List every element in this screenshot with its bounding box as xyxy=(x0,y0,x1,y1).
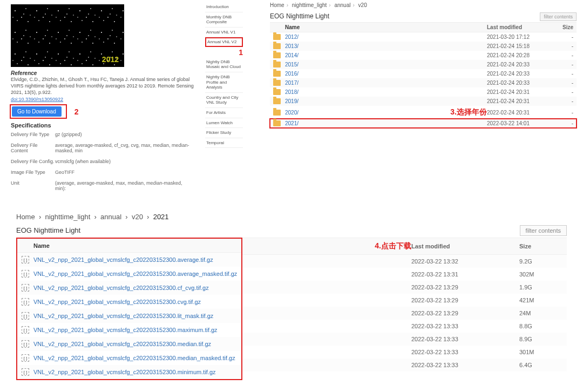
folder-name[interactable]: 2020/ xyxy=(285,110,418,116)
file-row[interactable]: [ ]VNL_v2_npp_2021_global_vcmslcfg_c2022… xyxy=(17,295,241,309)
file-row[interactable]: [ ]VNL_v2_npp_2021_global_vcmslcfg_c2022… xyxy=(17,309,241,323)
crumb2-3[interactable]: v20 xyxy=(132,213,143,221)
crumb-1[interactable]: nighttime_light xyxy=(292,2,327,8)
reference-doi-link[interactable]: doi:10.3390/rs13050922 xyxy=(11,97,63,102)
spec-key: Delivery File Type xyxy=(11,132,55,137)
folder-size: - xyxy=(552,43,573,49)
go-to-download-button[interactable]: Go to Download xyxy=(12,106,62,117)
file-name[interactable]: VNL_v2_npp_2021_global_vcmslcfg_c2022031… xyxy=(33,256,237,263)
spec-val: average, average-masked, cf_cvg, cvg, ma… xyxy=(55,143,194,153)
file-row[interactable]: [ ]VNL_v2_npp_2021_global_vcmslcfg_c2022… xyxy=(17,351,241,365)
nav-item[interactable]: Annual VNL V1 xyxy=(205,28,243,38)
spec-key: Image File Type xyxy=(11,170,55,175)
nav-item[interactable]: Temporal xyxy=(205,138,243,148)
folder-row[interactable]: 2017/2021-02-24 20:33- xyxy=(270,78,577,87)
folder-name[interactable]: 2013/ xyxy=(285,43,487,49)
folder-name[interactable]: 2017/ xyxy=(285,80,487,86)
file-modified: 2022-03-22 13:31 xyxy=(411,271,519,278)
folder-row[interactable]: 2012/2021-03-20 17:12- xyxy=(270,32,577,42)
file-row[interactable]: [ ]VNL_v2_npp_2021_global_vcmslcfg_c2022… xyxy=(17,253,241,267)
file-icon: [ ] xyxy=(22,340,29,348)
file-name[interactable]: VNL_v2_npp_2021_global_vcmslcfg_c2022031… xyxy=(33,285,237,291)
folder-size: - xyxy=(552,120,573,126)
nav-item[interactable]: Nightly DNB Profile and Analysis xyxy=(205,72,243,93)
folder-row[interactable]: 2018/2021-02-24 20:31- xyxy=(270,87,577,97)
folder-modified: 2021-02-24 20:31 xyxy=(487,89,552,95)
nav-item[interactable]: Lumen Watch xyxy=(205,118,243,129)
folder-row[interactable]: 2020/3.选择年份2022-02-24 20:31- xyxy=(270,106,577,119)
file-icon: [ ] xyxy=(22,326,29,334)
folder-modified: 2022-02-24 20:31 xyxy=(487,110,552,116)
spec-val: GeoTIFF xyxy=(55,170,74,175)
nav-item[interactable]: Introduction xyxy=(205,2,243,12)
file-name[interactable]: VNL_v2_npp_2021_global_vcmslcfg_c2022031… xyxy=(33,313,237,319)
filter-input[interactable]: filter contents xyxy=(540,12,577,21)
file-icon: [ ] xyxy=(22,270,29,278)
folder-icon xyxy=(273,110,281,116)
annotation-1: 1 xyxy=(205,47,243,57)
nav-item[interactable]: Annual VNL V2 xyxy=(205,37,243,47)
nav-item[interactable]: For Artists xyxy=(205,108,243,118)
nav-item[interactable]: Nightly DNB Mosaic and Cloud xyxy=(205,57,243,72)
file-row[interactable]: [ ]VNL_v2_npp_2021_global_vcmslcfg_c2022… xyxy=(17,365,241,379)
file-name[interactable]: VNL_v2_npp_2021_global_vcmslcfg_c2022031… xyxy=(33,341,237,347)
col-name-header[interactable]: Name xyxy=(285,24,487,30)
breadcrumb-2: Home › nighttime_light › annual › v20 › … xyxy=(16,213,567,221)
folder-name[interactable]: 2014/ xyxy=(285,52,487,58)
file-modified: 2022-03-22 13:29 xyxy=(411,310,519,316)
nav-item[interactable]: Monthly DNB Composite xyxy=(205,12,243,28)
file-name[interactable]: VNL_v2_npp_2021_global_vcmslcfg_c2022031… xyxy=(33,271,237,277)
file-size: 24M xyxy=(519,310,562,316)
crumb2-1[interactable]: nighttime_light xyxy=(45,213,90,221)
folder-name[interactable]: 2019/ xyxy=(285,98,487,104)
folder-row[interactable]: 2014/2021-02-24 20:28- xyxy=(270,51,577,60)
col-mod-header[interactable]: Last modified xyxy=(487,24,552,30)
file-name[interactable]: VNL_v2_npp_2021_global_vcmslcfg_c2022031… xyxy=(33,369,237,375)
folder-row[interactable]: 2016/2021-02-24 20:33- xyxy=(270,69,577,78)
file-name[interactable]: VNL_v2_npp_2021_global_vcmslcfg_c2022031… xyxy=(33,327,237,333)
crumb2-home[interactable]: Home xyxy=(16,213,35,221)
annotation-3: 3.选择年份 xyxy=(450,107,487,117)
spec-val: (average, average-masked, max, median, m… xyxy=(55,180,194,191)
big-col-size-header[interactable]: Size xyxy=(519,243,562,249)
file-size: 9.2G xyxy=(519,258,562,265)
filter-input-2[interactable]: filter contents xyxy=(520,225,567,236)
file-modified: 2022-03-22 13:33 xyxy=(411,362,519,368)
file-row[interactable]: [ ]VNL_v2_npp_2021_global_vcmslcfg_c2022… xyxy=(17,337,241,351)
file-modified: 2022-03-22 13:33 xyxy=(411,349,519,355)
file-name[interactable]: VNL_v2_npp_2021_global_vcmslcfg_c2022031… xyxy=(33,355,237,361)
big-col-name-header[interactable]: Name xyxy=(33,242,237,249)
folder-size: - xyxy=(552,80,573,86)
spec-key: Delivery File Content xyxy=(11,143,55,153)
crumb2-2[interactable]: annual xyxy=(100,213,121,221)
folder-row[interactable]: 2015/2021-02-24 20:33- xyxy=(270,60,577,69)
big-col-mod-header[interactable]: Last modified xyxy=(411,243,519,249)
file-row-meta: 2022-03-22 13:338.8G xyxy=(242,320,567,333)
folder-name[interactable]: 2018/ xyxy=(285,89,487,95)
listing-title: EOG Nighttime Light xyxy=(270,12,329,20)
file-row[interactable]: [ ]VNL_v2_npp_2021_global_vcmslcfg_c2022… xyxy=(17,323,241,337)
crumb-2[interactable]: annual xyxy=(334,2,350,8)
folder-name[interactable]: 2015/ xyxy=(285,62,487,67)
folder-name[interactable]: 2016/ xyxy=(285,71,487,77)
file-modified: 2022-03-22 13:33 xyxy=(411,336,519,342)
crumb-3[interactable]: v20 xyxy=(358,2,367,8)
crumb-home[interactable]: Home xyxy=(270,2,284,8)
folder-name[interactable]: 2021/ xyxy=(285,120,487,126)
nav-item[interactable]: Country and City VNL Study xyxy=(205,93,243,108)
folder-row[interactable]: 2021/2022-03-22 14:01- xyxy=(270,119,577,128)
folder-icon xyxy=(273,43,281,49)
folder-row[interactable]: 2019/2021-02-24 20:31- xyxy=(270,97,577,106)
spec-val: vcmslcfg (when available) xyxy=(55,159,111,164)
file-icon: [ ] xyxy=(22,354,29,362)
file-name[interactable]: VNL_v2_npp_2021_global_vcmslcfg_c2022031… xyxy=(33,299,237,305)
nav-item[interactable]: Flicker Study xyxy=(205,128,243,138)
folder-name[interactable]: 2012/ xyxy=(285,34,487,40)
file-row[interactable]: [ ]VNL_v2_npp_2021_global_vcmslcfg_c2022… xyxy=(17,267,241,281)
folder-size: - xyxy=(552,34,573,40)
folder-row[interactable]: 2013/2021-02-24 15:18- xyxy=(270,42,577,51)
col-size-header[interactable]: Size xyxy=(552,24,573,30)
folder-icon xyxy=(273,120,281,126)
crumb2-4[interactable]: 2021 xyxy=(153,213,169,221)
file-row[interactable]: [ ]VNL_v2_npp_2021_global_vcmslcfg_c2022… xyxy=(17,281,241,295)
